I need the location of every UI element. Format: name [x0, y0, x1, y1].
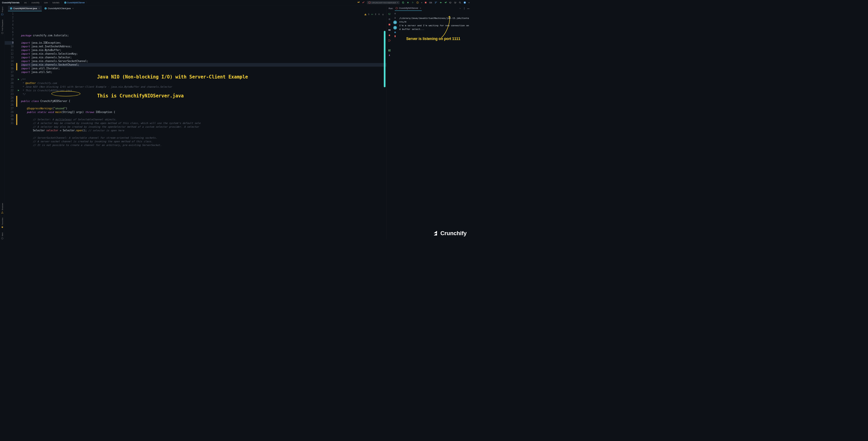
search-icon[interactable] — [459, 1, 461, 4]
close-icon[interactable]: × — [72, 7, 73, 10]
warning-icon[interactable] — [364, 13, 367, 16]
svg-rect-27 — [365, 15, 366, 15]
breadcrumb-file[interactable]: C CrunchifyNIOServer — [64, 2, 85, 4]
pin-icon[interactable] — [388, 54, 391, 57]
web-icon — [1, 237, 4, 239]
layout-icon[interactable] — [388, 49, 391, 52]
camera-icon[interactable] — [388, 28, 391, 31]
structure-icon — [1, 211, 4, 214]
rerun-icon[interactable] — [388, 12, 391, 15]
stop-icon[interactable] — [388, 23, 391, 26]
git-label: Git: — [429, 2, 432, 4]
tab-label: CrunchifyNIOServer.java — [13, 7, 37, 9]
editor-tabs: C CrunchifyNIOServer.java × C CrunchifyN… — [5, 5, 386, 11]
stop-icon[interactable] — [425, 1, 427, 4]
coverage-icon[interactable] — [411, 1, 414, 4]
tab-client[interactable]: C CrunchifyNIOClient.java × — [42, 6, 75, 11]
tab-server[interactable]: C CrunchifyNIOServer.java × — [8, 6, 42, 11]
svg-text:C: C — [45, 8, 46, 9]
class-icon: C — [10, 7, 12, 10]
svg-point-7 — [407, 2, 409, 3]
typo-icon[interactable]: A✓ — [371, 13, 374, 16]
commit-icon[interactable] — [439, 1, 442, 4]
typo-count: 2 — [375, 12, 376, 16]
tool-pull-requests[interactable]: Pull Requests — [1, 20, 4, 34]
breadcrumb-part[interactable]: src — [24, 2, 27, 4]
run-tab[interactable]: CrunchifyNIOServer × — [395, 6, 422, 11]
svg-rect-42 — [395, 32, 396, 32]
history-fwd-icon[interactable] — [454, 1, 456, 4]
breadcrumb-part[interactable]: com — [44, 2, 48, 4]
breadcrumb-part[interactable]: tutorials — [53, 2, 60, 4]
svg-point-33 — [389, 19, 390, 20]
arrow-down-icon[interactable] — [382, 13, 384, 16]
class-icon — [368, 1, 371, 4]
tool-web[interactable]: Web — [1, 232, 4, 239]
svg-point-17 — [1, 32, 3, 34]
chevron-right-icon: 〉 — [49, 1, 51, 4]
scroll-icon[interactable] — [394, 26, 397, 30]
svg-point-14 — [459, 2, 461, 3]
profile-icon[interactable] — [416, 1, 419, 4]
tool-favorites[interactable]: Favorites — [1, 218, 4, 229]
svg-point-10 — [435, 2, 436, 2]
top-toolbar: CrunchifyTutorials 〉 src 〉 crunchify 〉 c… — [0, 0, 471, 5]
exit-icon[interactable] — [388, 39, 391, 42]
svg-rect-16 — [1, 14, 3, 15]
svg-point-12 — [436, 2, 437, 2]
run-console[interactable]: /Library/Java/JavaVirtualMachines/jdk-15… — [398, 11, 471, 239]
close-icon[interactable]: × — [39, 7, 40, 10]
history-back-icon[interactable] — [449, 1, 452, 4]
minimize-icon[interactable]: — — [467, 7, 469, 9]
svg-rect-5 — [359, 2, 360, 2]
svg-point-6 — [369, 2, 371, 3]
rerun-icon[interactable] — [402, 1, 404, 4]
svg-text:C: C — [65, 2, 66, 3]
more-icon[interactable] — [463, 7, 465, 9]
run-label: Run: — [389, 7, 393, 9]
annotation-listening: Server is listening on port 1111 — [406, 37, 460, 41]
breadcrumb-project[interactable]: CrunchifyTutorials — [2, 2, 20, 4]
collaborate-icon[interactable] — [358, 1, 360, 4]
scroll-to-end-icon[interactable] — [459, 7, 462, 9]
svg-text:C: C — [11, 8, 12, 9]
pr-icon — [1, 32, 4, 34]
chevron-right-icon: 〉 — [61, 1, 63, 4]
plug-icon[interactable] — [388, 34, 391, 37]
tool-structure[interactable]: Structure — [1, 203, 4, 213]
line-gutter: 1234567891011121314151617181920212223242… — [5, 11, 16, 239]
breadcrumb-part[interactable]: crunchify — [31, 2, 39, 4]
svg-text:A✓: A✓ — [371, 13, 373, 15]
chevron-right-icon: 〉 — [86, 1, 88, 4]
code-editor[interactable]: 1234567891011121314151617181920212223242… — [5, 11, 386, 239]
close-icon[interactable]: × — [420, 7, 421, 9]
trash-icon[interactable] — [394, 35, 397, 37]
left-tool-strip: Project Pull Requests Structure Favorite… — [0, 5, 5, 239]
svg-rect-26 — [365, 14, 366, 14]
svg-rect-38 — [389, 50, 390, 52]
arrow-up-icon[interactable] — [378, 13, 380, 16]
tool-project[interactable]: Project — [1, 7, 4, 16]
svg-point-21 — [1, 237, 3, 239]
breadcrumbs[interactable]: CrunchifyTutorials 〉 src 〉 crunchify 〉 c… — [2, 1, 89, 4]
code-area[interactable]: 1 A✓2 Java NIO (Non-blocking I/O) with S… — [21, 11, 386, 239]
gear-icon[interactable] — [388, 18, 391, 21]
svg-rect-39 — [390, 50, 391, 50]
svg-rect-9 — [425, 2, 426, 3]
print-icon[interactable] — [394, 31, 397, 34]
branch-icon[interactable] — [435, 1, 437, 4]
svg-point-2 — [358, 2, 359, 3]
push-icon[interactable] — [444, 1, 447, 4]
hammer-icon[interactable] — [362, 1, 364, 4]
svg-point-11 — [435, 3, 436, 3]
add-icon[interactable] — [464, 1, 466, 4]
svg-rect-19 — [1, 213, 2, 213]
svg-rect-40 — [390, 51, 391, 52]
svg-point-13 — [446, 2, 446, 2]
debug-icon[interactable] — [407, 1, 409, 4]
minimap-scroll[interactable] — [384, 31, 385, 87]
arrow-up-icon[interactable] — [394, 12, 397, 15]
arrow-down-icon[interactable] — [394, 17, 397, 19]
run-config-select[interactable]: CRUNCHIFYNIOSERVER ▾ — [367, 1, 400, 4]
brand-icon — [432, 230, 439, 237]
